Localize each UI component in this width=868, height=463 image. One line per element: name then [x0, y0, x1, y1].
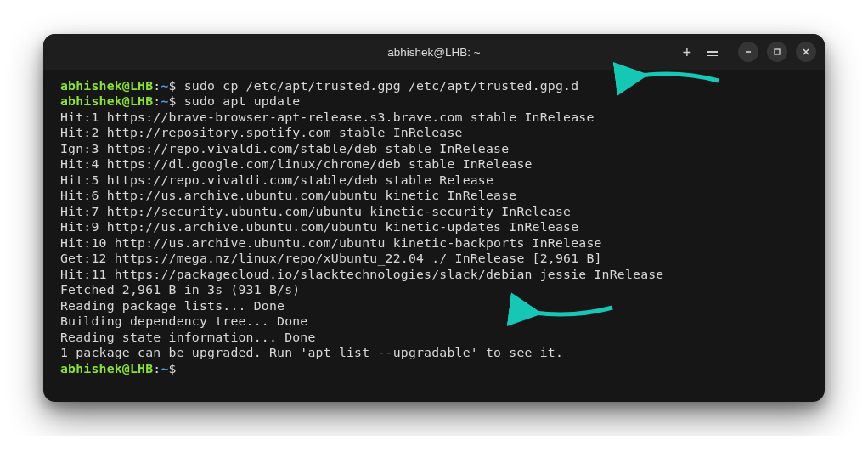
titlebar: abhishek@LHB: ~ +	[43, 34, 825, 70]
output-line: Reading package lists... Done	[60, 298, 808, 313]
svg-rect-1	[775, 49, 780, 54]
prompt-sep2: $	[169, 93, 184, 108]
maximize-button[interactable]	[767, 42, 787, 62]
titlebar-left-controls: +	[683, 43, 718, 60]
output-line: Hit:11 https://packagecloud.io/slacktech…	[60, 267, 808, 282]
output-line: Ign:3 https://repo.vivaldi.com/stable/de…	[60, 141, 808, 156]
prompt-path: ~	[161, 361, 168, 375]
output-line: Hit:6 http://us.archive.ubuntu.com/ubunt…	[60, 188, 808, 203]
prompt-path: ~	[161, 93, 168, 108]
output-line: Reading state information... Done	[60, 330, 808, 345]
output-line: Hit:1 https://brave-browser-apt-release.…	[60, 110, 808, 125]
output-line: Hit:9 http://us.archive.ubuntu.com/ubunt…	[60, 219, 808, 234]
output-line: Fetched 2,961 B in 3s (931 B/s)	[60, 282, 808, 297]
command-line-2: abhishek@LHB:~$ sudo apt update	[60, 93, 808, 109]
prompt-sep2: $	[169, 361, 184, 375]
window-controls	[738, 42, 816, 62]
output-line: Hit:2 http://repository.spotify.com stab…	[60, 125, 808, 140]
titlebar-controls: +	[683, 42, 816, 62]
minimize-button[interactable]	[738, 42, 758, 62]
terminal-window: abhishek@LHB: ~ + abhishek@	[43, 34, 825, 402]
output-line: Hit:7 http://security.ubuntu.com/ubuntu …	[60, 204, 808, 219]
prompt-path: ~	[161, 78, 168, 93]
output-line: Building dependency tree... Done	[60, 313, 808, 329]
window-title: abhishek@LHB: ~	[387, 46, 480, 59]
menu-button[interactable]	[707, 48, 718, 57]
output-line: Hit:5 https://repo.vivaldi.com/stable/de…	[60, 172, 808, 188]
command-line-1: abhishek@LHB:~$ sudo cp /etc/apt/trusted…	[60, 78, 808, 93]
prompt-user: abhishek@LHB	[60, 361, 153, 375]
terminal-body[interactable]: abhishek@LHB:~$ sudo cp /etc/apt/trusted…	[43, 70, 825, 402]
command-text: sudo cp /etc/apt/trusted.gpg /etc/apt/tr…	[184, 78, 579, 93]
output-line: Hit:10 http://us.archive.ubuntu.com/ubun…	[60, 235, 808, 251]
new-tab-button[interactable]: +	[683, 43, 691, 60]
prompt-idle: abhishek@LHB:~$	[60, 361, 808, 376]
output-line: 1 package can be upgraded. Run 'apt list…	[60, 345, 808, 360]
prompt-user: abhishek@LHB	[60, 93, 153, 108]
maximize-icon	[773, 48, 781, 56]
prompt-sep2: $	[169, 78, 184, 93]
output-line: Get:12 https://mega.nz/linux/repo/xUbunt…	[60, 251, 808, 266]
output-line: Hit:4 https://dl.google.com/linux/chrome…	[60, 156, 808, 172]
close-icon	[802, 48, 810, 56]
minimize-icon	[744, 48, 752, 56]
command-text: sudo apt update	[184, 93, 301, 108]
prompt-user: abhishek@LHB	[60, 78, 153, 93]
close-button[interactable]	[796, 42, 816, 62]
